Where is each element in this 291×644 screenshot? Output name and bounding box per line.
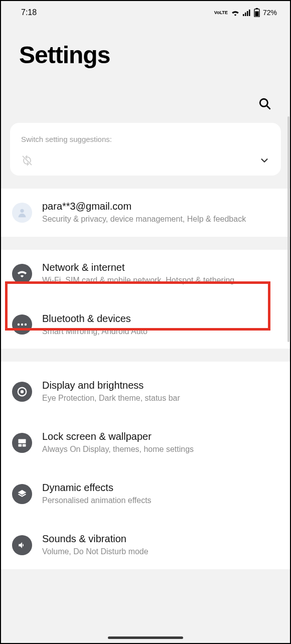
svg-rect-18 (23, 444, 26, 447)
account-email: para**3@gmail.com (42, 201, 279, 212)
wifi-circle-icon (12, 264, 32, 284)
display-row[interactable]: Display and brightness Eye Protection, D… (1, 362, 290, 416)
account-row[interactable]: para**3@gmail.com Security & privacy, de… (1, 189, 290, 237)
account-section: para**3@gmail.com Security & privacy, de… (1, 189, 290, 237)
svg-rect-17 (19, 444, 22, 447)
display-section: Display and brightness Eye Protection, D… (1, 362, 290, 569)
bluetooth-sub: Smart Mirroring, Android Auto (42, 327, 279, 337)
sounds-row[interactable]: Sounds & vibration Volume, Do Not Distur… (1, 518, 290, 569)
svg-line-8 (266, 105, 269, 108)
svg-point-11 (18, 324, 20, 326)
wifi-icon (231, 9, 240, 16)
svg-rect-2 (247, 11, 248, 16)
display-circle-icon (12, 382, 32, 402)
svg-rect-16 (19, 439, 26, 443)
dynamic-sub: Personalised animation effects (42, 496, 279, 506)
bluetooth-title: Bluetooth & devices (42, 313, 279, 325)
lockscreen-title: Lock screen & wallpaper (42, 431, 279, 442)
search-icon (258, 97, 271, 110)
dynamic-row[interactable]: Dynamic effects Personalised animation e… (1, 467, 290, 518)
header: Settings (1, 21, 290, 69)
more-circle-icon (12, 314, 32, 335)
network-sub: Wi-Fi, SIM card & mobile network, Hotspo… (42, 275, 279, 286)
svg-rect-6 (255, 12, 258, 17)
lockscreen-sub: Always On Display, themes, home settings (42, 444, 279, 455)
account-sub: Security & privacy, device management, H… (42, 214, 279, 225)
network-row[interactable]: Network & internet Wi-Fi, SIM card & mob… (1, 250, 290, 298)
svg-point-15 (21, 390, 24, 393)
avatar (12, 203, 32, 223)
status-time: 7:18 (21, 8, 37, 17)
svg-point-13 (25, 324, 27, 326)
status-bar: 7:18 VoLTE 72% (1, 1, 290, 21)
expand-suggestions[interactable] (259, 155, 270, 166)
status-right: VoLTE 72% (214, 8, 277, 17)
layers-circle-icon (12, 484, 32, 504)
display-title: Display and brightness (42, 380, 279, 391)
volte-icon: VoLTE (214, 11, 228, 15)
battery-percent: 72% (263, 9, 277, 17)
scrollbar[interactable] (287, 116, 289, 342)
sounds-title: Sounds & vibration (42, 533, 279, 545)
svg-rect-3 (249, 10, 250, 16)
signal-icon (243, 9, 251, 16)
dynamic-title: Dynamic effects (42, 482, 279, 494)
wallpaper-circle-icon (12, 433, 32, 453)
suggestion-label: Switch setting suggestions: (21, 135, 270, 143)
network-title: Network & internet (42, 262, 279, 273)
bluetooth-row[interactable]: Bluetooth & devices Smart Mirroring, And… (1, 298, 290, 349)
svg-rect-1 (245, 13, 246, 16)
svg-point-10 (20, 209, 24, 213)
lockscreen-row[interactable]: Lock screen & wallpaper Always On Displa… (1, 416, 290, 467)
search-button[interactable] (255, 94, 275, 114)
chevron-down-icon (259, 155, 270, 166)
svg-point-12 (21, 324, 23, 326)
sounds-sub: Volume, Do Not Disturb mode (42, 547, 279, 557)
battery-icon (254, 8, 260, 17)
page-title: Settings (19, 41, 272, 69)
suggestion-card[interactable]: Switch setting suggestions: (10, 123, 281, 176)
nav-handle[interactable] (108, 636, 183, 639)
sync-off-icon (21, 154, 33, 167)
connectivity-section: Network & internet Wi-Fi, SIM card & mob… (1, 250, 290, 349)
settings-screen: 7:18 VoLTE 72% Settings Switch setting s… (0, 0, 291, 644)
sound-circle-icon (12, 535, 32, 555)
person-icon (17, 207, 28, 218)
display-sub: Eye Protection, Dark theme, status bar (42, 393, 279, 404)
svg-rect-0 (243, 14, 244, 16)
